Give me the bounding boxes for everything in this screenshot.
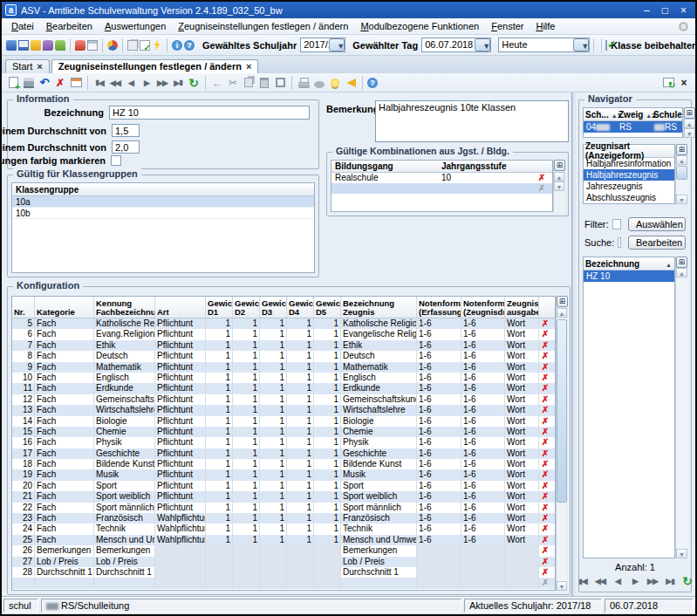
konfiguration-column-header[interactable]: Gewicht D4 [287, 297, 314, 318]
delete-row-icon[interactable] [536, 173, 548, 183]
zeugnisart-item[interactable]: Halbjahreszeugnis [584, 169, 674, 181]
scroll-down-icon[interactable] [557, 581, 567, 591]
delete-row-icon[interactable] [539, 416, 551, 427]
paste-button[interactable] [257, 76, 271, 90]
apply-window-icon[interactable] [140, 40, 150, 51]
delete-row-icon[interactable] [539, 545, 551, 556]
konfiguration-column-header[interactable]: Notenformat (Erfassung) [417, 297, 461, 318]
konfiguration-row[interactable]: 27 Lob / Preis Lob / Preis Lob / [12, 557, 555, 567]
new-record-button[interactable] [6, 76, 20, 90]
scroll-down-icon[interactable] [676, 549, 687, 558]
scroll-up-icon[interactable] [676, 268, 687, 277]
zeugnisart-scrollbar[interactable] [675, 144, 687, 204]
delete-row-icon[interactable] [539, 459, 551, 469]
delete-row-icon[interactable] [539, 340, 551, 351]
scroll-down-icon[interactable] [684, 128, 695, 138]
school-row[interactable]: 04 RS RS [584, 121, 682, 133]
chevron-down-icon[interactable] [329, 38, 345, 51]
konfiguration-row[interactable]: 10 Fach Englisch Pflichtunt 1 1 1 1 1 [12, 373, 555, 383]
bearbeiten-button[interactable]: Bearbeiten [628, 236, 686, 250]
lessons-module-icon[interactable] [43, 40, 53, 51]
delete-row-icon[interactable] [539, 503, 551, 513]
scroll-up-icon[interactable] [676, 155, 687, 165]
konfiguration-column-header[interactable]: Gewicht D2 [233, 297, 260, 318]
reload-view-button[interactable] [661, 76, 675, 90]
konfiguration-column-header[interactable]: Notenformat (Zeugnisdruck) [461, 297, 505, 318]
konfiguration-row[interactable]: 9 Fach Mathematik Pflichtunt 1 1 1 1 1 [12, 362, 555, 373]
delete-row-icon[interactable] [539, 373, 551, 383]
konfiguration-row[interactable]: 16 Fach Physik Pflichtunt 1 1 1 1 1 Ph [12, 437, 555, 448]
tab-close-icon[interactable] [37, 61, 42, 72]
print-button[interactable] [297, 76, 311, 90]
context-help-button[interactable] [367, 78, 378, 88]
tag-select[interactable]: 06.07.2018 [421, 38, 491, 52]
scroll-up-icon[interactable] [557, 308, 567, 318]
konfiguration-row[interactable]: 11 Fach Erdkunde Pflichtunt 1 1 1 1 1 [12, 383, 555, 394]
kombinationen-scrollbar[interactable] [553, 160, 564, 212]
previous-record-button[interactable]: ◀ [124, 76, 138, 90]
menu-item[interactable]: Bearbeiten [40, 19, 99, 33]
delete-row-icon[interactable] [539, 535, 551, 545]
konfiguration-row[interactable]: 7 Fach Ethik Pflichtunt 1 1 1 1 1 Ethi [12, 340, 555, 351]
table-config-icon[interactable] [676, 257, 687, 268]
konfiguration-column-header[interactable]: Gewicht D3 [260, 297, 287, 318]
settings-icon[interactable] [679, 22, 688, 31]
close-button[interactable]: × [680, 4, 687, 17]
konfiguration-row[interactable]: 24 Fach Technik Wahlpflichtunt 1 1 1 1 1 [12, 524, 555, 534]
scroll-up-icon[interactable] [554, 172, 564, 181]
schule-column-header[interactable]: Schule [653, 110, 682, 120]
kombination-row[interactable]: Realschule 10 [331, 173, 552, 183]
save-button[interactable] [22, 76, 36, 90]
zweig-column-header[interactable]: Zweig2 [618, 110, 653, 120]
edit-form-button[interactable] [69, 76, 83, 90]
konfiguration-row[interactable]: 18 Fach Bildende Kunst Pflichtunt 1 1 1 … [12, 459, 555, 469]
konfiguration-row[interactable]: 12 Fach Gemeinschaftsku... Pflichtunt 1 … [12, 394, 555, 405]
delete-row-icon[interactable] [539, 437, 551, 448]
bezeichnung-scrollbar[interactable] [675, 257, 687, 558]
quick-action-icon[interactable] [152, 40, 162, 51]
fast-previous-button[interactable]: ◀◀ [108, 76, 122, 90]
reports-module-icon[interactable] [75, 40, 85, 51]
konfiguration-row[interactable]: 25 Fach Mensch und Um... Wahlpflichtunt … [12, 535, 555, 545]
delete-row-icon[interactable] [539, 469, 551, 480]
menu-item[interactable]: Zeugniseinstellungen festlegen / ändern [172, 19, 354, 33]
delete-row-icon[interactable] [536, 183, 548, 194]
schuljahr-select[interactable]: 2017/18 [300, 38, 345, 52]
klassengruppe-column-header[interactable]: Klassengruppe [12, 183, 314, 196]
konfiguration-row[interactable]: 8 Fach Deutsch Pflichtunt 1 1 1 1 1 De [12, 351, 555, 361]
klassengruppe-row[interactable]: 10a [12, 196, 314, 208]
close-view-button[interactable]: × [677, 76, 691, 90]
zeitraum-select[interactable]: Heute [498, 38, 590, 52]
scroll-down-icon[interactable] [554, 181, 564, 191]
delete-row-icon[interactable] [539, 557, 551, 567]
klasse-beibehalten-checkbox[interactable] [605, 40, 607, 51]
hint-bulb-icon[interactable] [328, 76, 342, 90]
nav-fast-previous-button[interactable]: ◀◀ [595, 574, 606, 588]
back-arrow-button[interactable]: ← [210, 76, 224, 90]
scrollbar-thumb[interactable] [676, 166, 687, 180]
school-table-rail[interactable] [683, 107, 695, 138]
first-record-button[interactable]: ◀ [92, 76, 106, 90]
konfiguration-column-header[interactable]: Gewicht D1 [206, 297, 233, 318]
table-config-icon[interactable] [554, 160, 565, 171]
auswaehlen-button[interactable]: Auswählen [628, 217, 686, 231]
bezeichnung-input[interactable] [109, 106, 310, 120]
konfiguration-column-header[interactable]: Kennung Fachbezeichnung [94, 297, 155, 318]
jahrgangsstufe-column-header[interactable]: Jahrgangsstufe [438, 161, 536, 171]
pupils-module-icon[interactable] [6, 40, 17, 51]
undo-button[interactable]: ↶ [38, 76, 51, 90]
announcement-horn-icon[interactable] [344, 76, 358, 90]
nav-refresh-button[interactable]: ↻ [682, 574, 694, 588]
lob-input[interactable] [112, 140, 140, 154]
konfiguration-row[interactable]: 26 Bemerkungen Bemerkungen Bemer [12, 545, 555, 556]
scrollbar-thumb[interactable] [557, 319, 567, 503]
konfiguration-column-header[interactable]: Gewicht D5 [314, 297, 341, 318]
konfiguration-scrollbar[interactable] [556, 296, 567, 591]
chevron-down-icon[interactable] [573, 38, 589, 51]
bezeichnung-column-header[interactable]: Bezeichnung [585, 259, 663, 269]
phone-receiver-icon[interactable] [597, 39, 599, 51]
documents-icon[interactable] [127, 40, 138, 51]
konfiguration-row[interactable] [12, 578, 555, 588]
zeugnisart-item[interactable]: Halbjahresinformation [584, 158, 674, 169]
table-config-icon[interactable] [557, 296, 568, 307]
